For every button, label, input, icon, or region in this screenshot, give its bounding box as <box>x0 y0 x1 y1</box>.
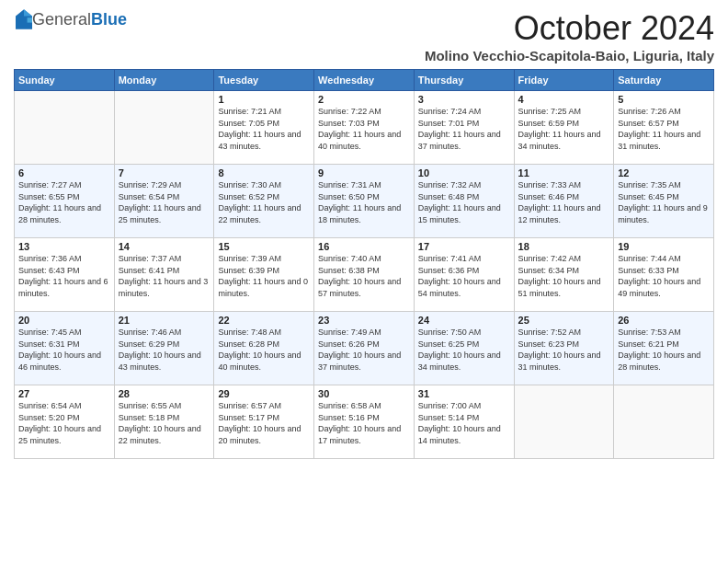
day-info: Sunrise: 7:33 AM Sunset: 6:46 PM Dayligh… <box>518 179 610 225</box>
day-cell: 6Sunrise: 7:27 AM Sunset: 6:55 PM Daylig… <box>15 165 115 238</box>
day-info: Sunrise: 7:41 AM Sunset: 6:36 PM Dayligh… <box>418 253 510 299</box>
day-info: Sunrise: 7:32 AM Sunset: 6:48 PM Dayligh… <box>418 179 510 225</box>
day-info: Sunrise: 7:48 AM Sunset: 6:28 PM Dayligh… <box>218 327 310 373</box>
day-number: 25 <box>518 315 610 326</box>
day-number: 21 <box>119 315 210 326</box>
day-info: Sunrise: 7:21 AM Sunset: 7:05 PM Dayligh… <box>218 106 310 152</box>
day-info: Sunrise: 7:44 AM Sunset: 6:33 PM Dayligh… <box>618 253 710 299</box>
day-number: 12 <box>618 167 710 178</box>
day-info: Sunrise: 7:53 AM Sunset: 6:21 PM Dayligh… <box>618 327 710 373</box>
day-info: Sunrise: 6:54 AM Sunset: 5:20 PM Dayligh… <box>18 400 110 446</box>
day-info: Sunrise: 7:46 AM Sunset: 6:29 PM Dayligh… <box>119 327 210 373</box>
day-number: 11 <box>518 167 610 178</box>
day-info: Sunrise: 6:55 AM Sunset: 5:18 PM Dayligh… <box>119 400 210 446</box>
week-row-4: 20Sunrise: 7:45 AM Sunset: 6:31 PM Dayli… <box>15 312 714 385</box>
title-block: October 2024 Molino Vecchio-Scapitola-Ba… <box>425 9 714 63</box>
col-header-sunday: Sunday <box>15 70 115 91</box>
day-info: Sunrise: 7:40 AM Sunset: 6:38 PM Dayligh… <box>318 253 410 299</box>
day-info: Sunrise: 7:31 AM Sunset: 6:50 PM Dayligh… <box>318 179 410 225</box>
day-number: 7 <box>119 167 210 178</box>
day-cell <box>114 91 214 165</box>
day-info: Sunrise: 7:27 AM Sunset: 6:55 PM Dayligh… <box>18 179 110 225</box>
day-info: Sunrise: 7:26 AM Sunset: 6:57 PM Dayligh… <box>618 106 710 152</box>
week-row-3: 13Sunrise: 7:36 AM Sunset: 6:43 PM Dayli… <box>15 238 714 312</box>
calendar-table: SundayMondayTuesdayWednesdayThursdayFrid… <box>14 69 714 459</box>
page: GeneralBlue October 2024 Molino Vecchio-… <box>0 0 728 563</box>
week-row-5: 27Sunrise: 6:54 AM Sunset: 5:20 PM Dayli… <box>15 385 714 459</box>
day-info: Sunrise: 7:29 AM Sunset: 6:54 PM Dayligh… <box>119 179 210 225</box>
day-number: 6 <box>18 167 110 178</box>
day-cell: 1Sunrise: 7:21 AM Sunset: 7:05 PM Daylig… <box>214 91 314 165</box>
day-number: 23 <box>318 315 410 326</box>
day-info: Sunrise: 7:35 AM Sunset: 6:45 PM Dayligh… <box>618 179 710 225</box>
day-number: 31 <box>418 388 510 399</box>
day-info: Sunrise: 6:57 AM Sunset: 5:17 PM Dayligh… <box>218 400 310 446</box>
svg-marker-1 <box>24 9 32 16</box>
week-row-1: 1Sunrise: 7:21 AM Sunset: 7:05 PM Daylig… <box>15 91 714 165</box>
day-cell: 31Sunrise: 7:00 AM Sunset: 5:14 PM Dayli… <box>414 385 514 459</box>
col-header-monday: Monday <box>114 70 214 91</box>
day-cell: 5Sunrise: 7:26 AM Sunset: 6:57 PM Daylig… <box>614 91 714 165</box>
day-cell: 3Sunrise: 7:24 AM Sunset: 7:01 PM Daylig… <box>414 91 514 165</box>
day-number: 5 <box>618 94 710 105</box>
day-number: 10 <box>418 167 510 178</box>
day-cell: 9Sunrise: 7:31 AM Sunset: 6:50 PM Daylig… <box>314 165 415 238</box>
day-cell: 29Sunrise: 6:57 AM Sunset: 5:17 PM Dayli… <box>214 385 314 459</box>
logo-text: GeneralBlue <box>32 10 127 29</box>
day-number: 3 <box>418 94 510 105</box>
day-cell: 23Sunrise: 7:49 AM Sunset: 6:26 PM Dayli… <box>314 312 415 385</box>
day-cell: 20Sunrise: 7:45 AM Sunset: 6:31 PM Dayli… <box>15 312 115 385</box>
day-cell: 18Sunrise: 7:42 AM Sunset: 6:34 PM Dayli… <box>514 238 614 312</box>
day-cell: 11Sunrise: 7:33 AM Sunset: 6:46 PM Dayli… <box>514 165 614 238</box>
day-number: 9 <box>318 167 410 178</box>
day-number: 15 <box>218 241 310 252</box>
day-cell <box>514 385 614 459</box>
col-header-friday: Friday <box>514 70 614 91</box>
day-cell: 14Sunrise: 7:37 AM Sunset: 6:41 PM Dayli… <box>114 238 214 312</box>
day-number: 22 <box>218 315 310 326</box>
day-info: Sunrise: 7:39 AM Sunset: 6:39 PM Dayligh… <box>218 253 310 299</box>
day-cell: 8Sunrise: 7:30 AM Sunset: 6:52 PM Daylig… <box>214 165 314 238</box>
col-header-saturday: Saturday <box>614 70 714 91</box>
day-number: 19 <box>618 241 710 252</box>
day-number: 2 <box>318 94 410 105</box>
day-cell: 10Sunrise: 7:32 AM Sunset: 6:48 PM Dayli… <box>414 165 514 238</box>
day-cell: 2Sunrise: 7:22 AM Sunset: 7:03 PM Daylig… <box>314 91 415 165</box>
day-number: 20 <box>18 315 110 326</box>
day-cell: 27Sunrise: 6:54 AM Sunset: 5:20 PM Dayli… <box>15 385 115 459</box>
day-number: 30 <box>318 388 410 399</box>
month-title: October 2024 <box>425 9 714 48</box>
day-number: 27 <box>18 388 110 399</box>
day-info: Sunrise: 7:00 AM Sunset: 5:14 PM Dayligh… <box>418 400 510 446</box>
col-header-wednesday: Wednesday <box>314 70 415 91</box>
day-cell: 16Sunrise: 7:40 AM Sunset: 6:38 PM Dayli… <box>314 238 415 312</box>
day-number: 29 <box>218 388 310 399</box>
logo-icon <box>16 9 32 29</box>
header: GeneralBlue October 2024 Molino Vecchio-… <box>14 9 714 63</box>
day-cell: 26Sunrise: 7:53 AM Sunset: 6:21 PM Dayli… <box>614 312 714 385</box>
day-number: 13 <box>18 241 110 252</box>
day-cell: 19Sunrise: 7:44 AM Sunset: 6:33 PM Dayli… <box>614 238 714 312</box>
day-number: 18 <box>518 241 610 252</box>
day-number: 1 <box>218 94 310 105</box>
day-number: 16 <box>318 241 410 252</box>
day-info: Sunrise: 7:42 AM Sunset: 6:34 PM Dayligh… <box>518 253 610 299</box>
day-number: 4 <box>518 94 610 105</box>
day-cell: 15Sunrise: 7:39 AM Sunset: 6:39 PM Dayli… <box>214 238 314 312</box>
day-number: 8 <box>218 167 310 178</box>
day-cell: 13Sunrise: 7:36 AM Sunset: 6:43 PM Dayli… <box>15 238 115 312</box>
day-number: 14 <box>119 241 210 252</box>
day-info: Sunrise: 7:25 AM Sunset: 6:59 PM Dayligh… <box>518 106 610 152</box>
day-info: Sunrise: 7:37 AM Sunset: 6:41 PM Dayligh… <box>119 253 210 299</box>
day-cell <box>614 385 714 459</box>
day-cell: 25Sunrise: 7:52 AM Sunset: 6:23 PM Dayli… <box>514 312 614 385</box>
col-header-thursday: Thursday <box>414 70 514 91</box>
day-cell <box>15 91 115 165</box>
header-row: SundayMondayTuesdayWednesdayThursdayFrid… <box>15 70 714 91</box>
day-number: 26 <box>618 315 710 326</box>
day-info: Sunrise: 7:24 AM Sunset: 7:01 PM Dayligh… <box>418 106 510 152</box>
day-number: 24 <box>418 315 510 326</box>
day-cell: 28Sunrise: 6:55 AM Sunset: 5:18 PM Dayli… <box>114 385 214 459</box>
day-info: Sunrise: 7:30 AM Sunset: 6:52 PM Dayligh… <box>218 179 310 225</box>
day-cell: 22Sunrise: 7:48 AM Sunset: 6:28 PM Dayli… <box>214 312 314 385</box>
